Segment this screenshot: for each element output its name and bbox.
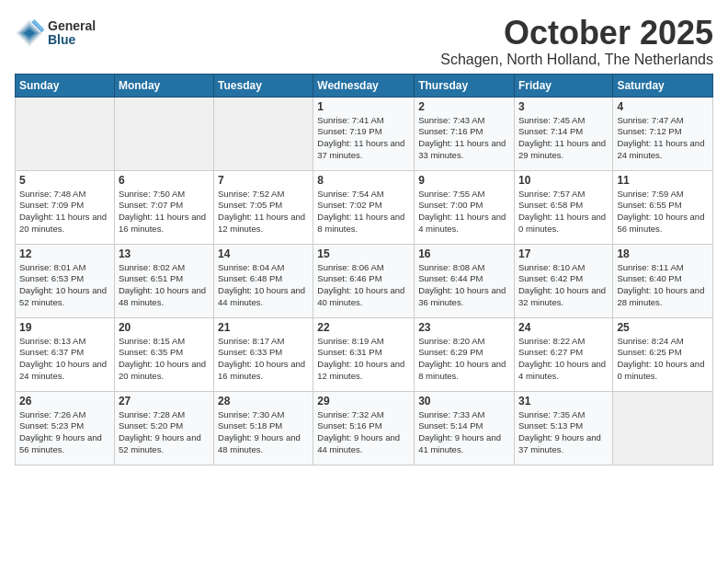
calendar-cell: 14Sunrise: 8:04 AM Sunset: 6:48 PM Dayli… xyxy=(214,244,313,317)
day-number: 21 xyxy=(218,321,309,334)
calendar-cell: 25Sunrise: 8:24 AM Sunset: 6:25 PM Dayli… xyxy=(613,317,713,391)
calendar-cell: 20Sunrise: 8:15 AM Sunset: 6:35 PM Dayli… xyxy=(114,317,213,391)
day-info: Sunrise: 7:30 AM Sunset: 5:18 PM Dayligh… xyxy=(218,409,309,456)
day-number: 10 xyxy=(518,174,609,187)
day-info: Sunrise: 7:59 AM Sunset: 6:55 PM Dayligh… xyxy=(617,189,709,236)
day-number: 24 xyxy=(518,321,609,334)
calendar-cell: 19Sunrise: 8:13 AM Sunset: 6:37 PM Dayli… xyxy=(16,317,115,391)
day-number: 15 xyxy=(317,247,410,260)
day-number: 12 xyxy=(19,247,110,260)
day-number: 25 xyxy=(617,321,709,334)
day-info: Sunrise: 7:43 AM Sunset: 7:16 PM Dayligh… xyxy=(418,115,510,162)
calendar-cell xyxy=(16,97,115,170)
calendar-cell: 10Sunrise: 7:57 AM Sunset: 6:58 PM Dayli… xyxy=(514,170,612,244)
day-info: Sunrise: 8:08 AM Sunset: 6:44 PM Dayligh… xyxy=(418,262,510,309)
day-info: Sunrise: 7:48 AM Sunset: 7:09 PM Dayligh… xyxy=(19,189,110,236)
day-number: 16 xyxy=(418,247,510,260)
calendar-cell: 2Sunrise: 7:43 AM Sunset: 7:16 PM Daylig… xyxy=(415,97,515,170)
day-number: 17 xyxy=(518,247,609,260)
header-day-saturday: Saturday xyxy=(613,74,713,97)
logo-blue-text: Blue xyxy=(48,33,96,47)
calendar-cell xyxy=(214,97,313,170)
location-title: Schagen, North Holland, The Netherlands xyxy=(440,52,713,68)
calendar-cell: 30Sunrise: 7:33 AM Sunset: 5:14 PM Dayli… xyxy=(415,391,515,465)
logo-icon xyxy=(15,18,44,48)
day-info: Sunrise: 7:47 AM Sunset: 7:12 PM Dayligh… xyxy=(617,115,709,162)
day-number: 4 xyxy=(617,100,709,113)
calendar-cell: 16Sunrise: 8:08 AM Sunset: 6:44 PM Dayli… xyxy=(415,244,515,317)
header-day-thursday: Thursday xyxy=(415,74,515,97)
calendar-cell: 24Sunrise: 8:22 AM Sunset: 6:27 PM Dayli… xyxy=(514,317,612,391)
calendar-cell: 23Sunrise: 8:20 AM Sunset: 6:29 PM Dayli… xyxy=(415,317,515,391)
week-row-4: 26Sunrise: 7:26 AM Sunset: 5:23 PM Dayli… xyxy=(16,391,713,465)
day-info: Sunrise: 7:50 AM Sunset: 7:07 PM Dayligh… xyxy=(119,189,210,236)
calendar-cell: 28Sunrise: 7:30 AM Sunset: 5:18 PM Dayli… xyxy=(214,391,313,465)
day-info: Sunrise: 7:52 AM Sunset: 7:05 PM Dayligh… xyxy=(218,189,309,236)
day-info: Sunrise: 7:57 AM Sunset: 6:58 PM Dayligh… xyxy=(518,189,609,236)
calendar-header: SundayMondayTuesdayWednesdayThursdayFrid… xyxy=(16,74,713,97)
day-number: 11 xyxy=(617,174,709,187)
day-number: 14 xyxy=(218,247,309,260)
month-title: October 2025 xyxy=(440,15,713,52)
calendar-cell: 3Sunrise: 7:45 AM Sunset: 7:14 PM Daylig… xyxy=(514,97,612,170)
logo: General Blue xyxy=(15,18,96,48)
day-number: 1 xyxy=(317,100,410,113)
day-info: Sunrise: 7:35 AM Sunset: 5:13 PM Dayligh… xyxy=(518,409,609,456)
day-number: 7 xyxy=(218,174,309,187)
day-info: Sunrise: 8:15 AM Sunset: 6:35 PM Dayligh… xyxy=(119,336,210,383)
title-block: October 2025 Schagen, North Holland, The… xyxy=(440,15,713,68)
day-info: Sunrise: 8:11 AM Sunset: 6:40 PM Dayligh… xyxy=(617,262,709,309)
day-info: Sunrise: 7:28 AM Sunset: 5:20 PM Dayligh… xyxy=(119,409,210,456)
day-info: Sunrise: 8:10 AM Sunset: 6:42 PM Dayligh… xyxy=(518,262,609,309)
calendar-cell: 15Sunrise: 8:06 AM Sunset: 6:46 PM Dayli… xyxy=(313,244,415,317)
day-number: 20 xyxy=(119,321,210,334)
calendar-cell: 17Sunrise: 8:10 AM Sunset: 6:42 PM Dayli… xyxy=(514,244,612,317)
logo-general-text: General xyxy=(48,19,96,33)
day-info: Sunrise: 7:55 AM Sunset: 7:00 PM Dayligh… xyxy=(418,189,510,236)
calendar-cell: 8Sunrise: 7:54 AM Sunset: 7:02 PM Daylig… xyxy=(313,170,415,244)
day-info: Sunrise: 8:02 AM Sunset: 6:51 PM Dayligh… xyxy=(119,262,210,309)
calendar-cell: 9Sunrise: 7:55 AM Sunset: 7:00 PM Daylig… xyxy=(415,170,515,244)
day-info: Sunrise: 8:06 AM Sunset: 6:46 PM Dayligh… xyxy=(317,262,410,309)
day-info: Sunrise: 7:45 AM Sunset: 7:14 PM Dayligh… xyxy=(518,115,609,162)
calendar-cell: 12Sunrise: 8:01 AM Sunset: 6:53 PM Dayli… xyxy=(16,244,115,317)
day-number: 13 xyxy=(119,247,210,260)
day-number: 29 xyxy=(317,395,410,408)
calendar-cell: 27Sunrise: 7:28 AM Sunset: 5:20 PM Dayli… xyxy=(114,391,213,465)
day-number: 31 xyxy=(518,395,609,408)
day-number: 19 xyxy=(19,321,110,334)
day-number: 8 xyxy=(317,174,410,187)
day-number: 6 xyxy=(119,174,210,187)
day-number: 30 xyxy=(418,395,510,408)
calendar-cell: 4Sunrise: 7:47 AM Sunset: 7:12 PM Daylig… xyxy=(613,97,713,170)
day-info: Sunrise: 7:26 AM Sunset: 5:23 PM Dayligh… xyxy=(19,409,110,456)
day-info: Sunrise: 8:17 AM Sunset: 6:33 PM Dayligh… xyxy=(218,336,309,383)
day-info: Sunrise: 8:01 AM Sunset: 6:53 PM Dayligh… xyxy=(19,262,110,309)
week-row-3: 19Sunrise: 8:13 AM Sunset: 6:37 PM Dayli… xyxy=(16,317,713,391)
day-number: 9 xyxy=(418,174,510,187)
calendar-cell xyxy=(114,97,213,170)
day-number: 27 xyxy=(119,395,210,408)
week-row-2: 12Sunrise: 8:01 AM Sunset: 6:53 PM Dayli… xyxy=(16,244,713,317)
day-number: 18 xyxy=(617,247,709,260)
header-day-friday: Friday xyxy=(514,74,612,97)
day-info: Sunrise: 7:54 AM Sunset: 7:02 PM Dayligh… xyxy=(317,189,410,236)
day-number: 28 xyxy=(218,395,309,408)
week-row-1: 5Sunrise: 7:48 AM Sunset: 7:09 PM Daylig… xyxy=(16,170,713,244)
day-info: Sunrise: 8:22 AM Sunset: 6:27 PM Dayligh… xyxy=(518,336,609,383)
calendar-cell: 7Sunrise: 7:52 AM Sunset: 7:05 PM Daylig… xyxy=(214,170,313,244)
calendar-cell: 26Sunrise: 7:26 AM Sunset: 5:23 PM Dayli… xyxy=(16,391,115,465)
calendar-body: 1Sunrise: 7:41 AM Sunset: 7:19 PM Daylig… xyxy=(16,97,713,465)
day-info: Sunrise: 8:20 AM Sunset: 6:29 PM Dayligh… xyxy=(418,336,510,383)
day-info: Sunrise: 8:04 AM Sunset: 6:48 PM Dayligh… xyxy=(218,262,309,309)
header-day-wednesday: Wednesday xyxy=(313,74,415,97)
calendar-cell: 5Sunrise: 7:48 AM Sunset: 7:09 PM Daylig… xyxy=(16,170,115,244)
header-row: SundayMondayTuesdayWednesdayThursdayFrid… xyxy=(16,74,713,97)
day-number: 3 xyxy=(518,100,609,113)
calendar-cell: 13Sunrise: 8:02 AM Sunset: 6:51 PM Dayli… xyxy=(114,244,213,317)
day-number: 2 xyxy=(418,100,510,113)
day-info: Sunrise: 7:32 AM Sunset: 5:16 PM Dayligh… xyxy=(317,409,410,456)
header: General Blue October 2025 Schagen, North… xyxy=(15,15,713,68)
calendar-cell: 31Sunrise: 7:35 AM Sunset: 5:13 PM Dayli… xyxy=(514,391,612,465)
day-info: Sunrise: 7:41 AM Sunset: 7:19 PM Dayligh… xyxy=(317,115,410,162)
